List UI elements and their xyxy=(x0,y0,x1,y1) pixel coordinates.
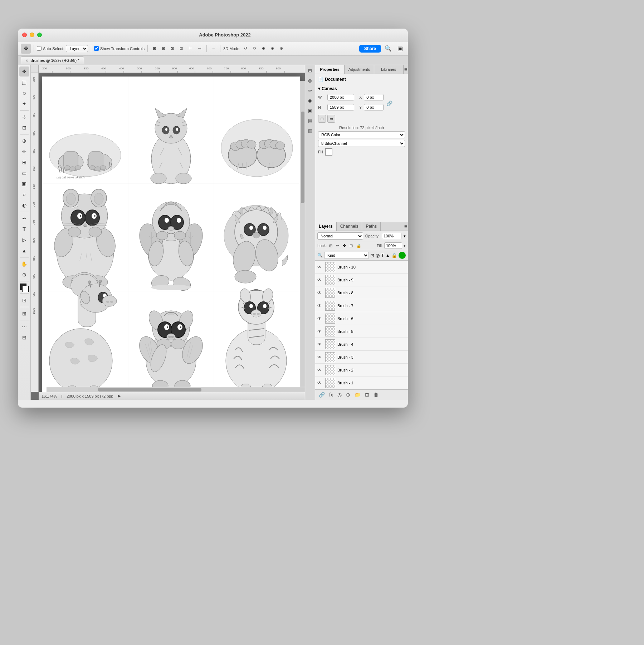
layer-select[interactable]: Layer xyxy=(66,45,88,52)
lock-transparent-btn[interactable]: ⊞ xyxy=(328,243,333,248)
hand-tool[interactable]: ✋ xyxy=(19,259,29,269)
maximize-button[interactable] xyxy=(37,33,42,37)
canvas-portrait-btn[interactable]: □ xyxy=(318,115,326,123)
layer-item[interactable]: 👁 Brush - 2 xyxy=(315,364,408,376)
filter-smart-icon[interactable]: 🔒 xyxy=(391,253,397,258)
canvas-document[interactable]: big cat paws sketch xyxy=(42,77,300,392)
path-selection-tool[interactable]: ▷ xyxy=(19,235,29,245)
layer-visibility-icon[interactable]: 👁 xyxy=(317,316,323,321)
threed-orbit-btn[interactable]: ↻ xyxy=(251,45,258,52)
eyedropper-tool[interactable]: ⊡ xyxy=(19,123,29,133)
tab-adjustments[interactable]: Adjustments xyxy=(345,65,374,74)
scrollbar-h-thumb[interactable] xyxy=(98,388,201,392)
fill-input[interactable] xyxy=(384,242,402,249)
filter-toggle-btn[interactable] xyxy=(399,252,406,259)
share-button[interactable]: Share xyxy=(359,45,381,53)
opacity-stepper-icon[interactable]: ▾ xyxy=(404,234,406,238)
filter-adjustment-icon[interactable]: ◎ xyxy=(376,253,380,258)
foreground-color[interactable] xyxy=(20,284,29,292)
layer-item[interactable]: 👁 Brush - 1 xyxy=(315,376,408,389)
quick-mask-btn[interactable]: ⊡ xyxy=(19,295,29,305)
scrollbar-horizontal[interactable] xyxy=(47,387,305,392)
opacity-input[interactable] xyxy=(382,233,401,239)
layer-item[interactable]: 👁 Brush - 4 xyxy=(315,338,408,351)
add-group-btn[interactable]: 📁 xyxy=(353,391,362,398)
clone-stamp-tool[interactable]: ⊞ xyxy=(19,157,29,167)
align-left-btn[interactable]: ⊞ xyxy=(151,45,158,52)
height-input[interactable] xyxy=(327,104,354,110)
threed-slide-btn[interactable]: ⊗ xyxy=(269,45,276,52)
magic-wand-tool[interactable]: ✦ xyxy=(19,99,29,109)
width-input[interactable] xyxy=(327,94,354,100)
filter-type-icon[interactable]: T xyxy=(381,253,384,258)
brush-tool[interactable]: ✏ xyxy=(19,147,29,157)
search-btn[interactable]: 🔍 xyxy=(382,44,394,53)
lock-artboards-btn[interactable]: ⊡ xyxy=(348,243,354,248)
canvas-area[interactable]: 250 300 350 400 450 500 550 600 650 700 … xyxy=(31,65,305,400)
status-arrow[interactable]: ▶ xyxy=(118,394,121,398)
align-bottom-btn[interactable]: ⊣ xyxy=(196,45,204,52)
type-tool[interactable]: T xyxy=(19,224,29,234)
dodge-tool[interactable]: ◐ xyxy=(19,200,29,210)
threed-scale-btn[interactable]: ⊘ xyxy=(278,45,285,52)
align-middle-btn[interactable]: ⊢ xyxy=(186,45,194,52)
layer-item[interactable]: 👁 Brush - 9 xyxy=(315,274,408,286)
tab-layers[interactable]: Layers xyxy=(315,222,337,231)
shape-tool[interactable]: ▲ xyxy=(19,246,29,256)
tab-paths[interactable]: Paths xyxy=(362,222,381,231)
layer-item[interactable]: 👁 Brush - 8 xyxy=(315,286,408,299)
crop-tool[interactable]: ⊹ xyxy=(19,112,29,122)
mode-select[interactable]: RGB Color xyxy=(318,131,405,138)
layer-visibility-icon[interactable]: 👁 xyxy=(317,380,323,385)
x-input[interactable] xyxy=(364,94,384,100)
side-properties-btn[interactable]: ⊞ xyxy=(306,67,314,74)
layers-menu-icon[interactable]: ≡ xyxy=(404,222,408,231)
layer-item[interactable]: 👁 Brush - 10 xyxy=(315,261,408,274)
layer-visibility-icon[interactable]: 👁 xyxy=(317,329,323,334)
layer-visibility-icon[interactable]: 👁 xyxy=(317,290,323,295)
canvas-landscape-btn[interactable]: ▭ xyxy=(327,115,335,123)
selection-tool[interactable]: ⬚ xyxy=(19,77,29,87)
y-input[interactable] xyxy=(364,104,384,110)
healing-tool[interactable]: ⊕ xyxy=(19,136,29,146)
link-proportions-icon[interactable]: 🔗 xyxy=(386,100,392,106)
tab-close-icon[interactable]: ✕ xyxy=(25,59,28,63)
lock-image-btn[interactable]: ✏ xyxy=(335,243,340,248)
scrollbar-v-thumb[interactable] xyxy=(301,112,304,203)
zoom-tool[interactable]: ⊙ xyxy=(19,270,29,280)
add-layer-btn[interactable]: ⊞ xyxy=(364,391,371,398)
layer-visibility-icon[interactable]: 👁 xyxy=(317,342,323,347)
bits-select[interactable]: 8 Bits/Channel xyxy=(318,140,405,147)
add-mask-btn[interactable]: ◎ xyxy=(336,391,343,398)
layer-visibility-icon[interactable]: 👁 xyxy=(317,265,323,270)
document-tab[interactable]: ✕ Brushes @ 162% (RGB/8) * xyxy=(21,56,84,64)
add-adjustment-btn[interactable]: ⊕ xyxy=(345,391,352,398)
layer-item[interactable]: 👁 Brush - 6 xyxy=(315,312,408,325)
threed-pan-btn[interactable]: ⊕ xyxy=(260,45,267,52)
layer-visibility-icon[interactable]: 👁 xyxy=(317,355,323,360)
side-patterns-btn[interactable]: ▥ xyxy=(306,127,314,134)
transform-controls-checkbox[interactable] xyxy=(94,46,99,51)
align-center-btn[interactable]: ⊟ xyxy=(160,45,167,52)
extra-tools-btn[interactable]: ⋯ xyxy=(19,322,29,332)
layer-item[interactable]: 👁 Brush - 3 xyxy=(315,351,408,364)
screen-mode-btn[interactable]: ⊞ xyxy=(19,309,29,319)
align-right-btn[interactable]: ⊠ xyxy=(169,45,176,52)
layer-visibility-icon[interactable]: 👁 xyxy=(317,277,323,282)
delete-layer-btn[interactable]: 🗑 xyxy=(372,391,380,398)
panel-menu-icon[interactable]: ≡ xyxy=(404,65,408,74)
filter-shape-icon[interactable]: ▲ xyxy=(385,253,390,258)
scrollbar-vertical[interactable] xyxy=(300,81,305,387)
side-history-btn[interactable]: ◎ xyxy=(306,77,314,84)
auto-select-checkbox[interactable] xyxy=(37,46,42,51)
gradient-tool[interactable]: ▣ xyxy=(19,179,29,189)
layer-visibility-icon[interactable]: 👁 xyxy=(317,368,323,373)
minimize-button[interactable] xyxy=(30,33,34,37)
move-tool[interactable]: ✥ xyxy=(19,67,29,77)
fill-stepper-icon[interactable]: ▾ xyxy=(404,243,406,248)
workspace-btn[interactable]: ▣ xyxy=(395,44,405,53)
add-style-btn[interactable]: fx xyxy=(328,391,335,398)
threed-rotate-btn[interactable]: ↺ xyxy=(242,45,249,52)
lock-position-btn[interactable]: ✥ xyxy=(342,243,347,248)
side-gradient-btn[interactable]: ▤ xyxy=(306,117,314,124)
